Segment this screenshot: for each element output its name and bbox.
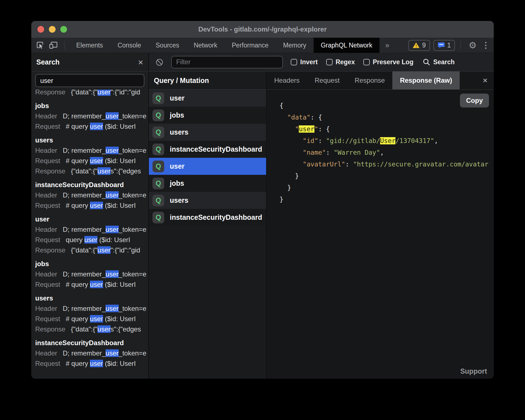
result-line: HeaderD; remember_user_token=e — [35, 224, 148, 235]
query-type-icon: Q — [152, 109, 164, 121]
search-close-icon[interactable]: × — [138, 58, 143, 67]
query-type-icon: Q — [152, 161, 164, 172]
minimize-window-button[interactable] — [49, 26, 56, 33]
result-text: ($id: UserI — [103, 281, 136, 288]
query-list-item-user[interactable]: Quser — [149, 158, 266, 175]
json-token: " — [314, 125, 318, 133]
warnings-badge[interactable]: 9 — [408, 40, 430, 51]
tab-graphql-network[interactable]: GraphQL Network — [314, 38, 380, 53]
tab-performance[interactable]: Performance — [225, 38, 276, 53]
tab-sources[interactable]: Sources — [148, 38, 186, 53]
checkbox-regex[interactable]: Regex — [326, 58, 355, 66]
json-token: /13704317" — [395, 137, 434, 144]
json-token: : — [326, 149, 334, 156]
kebab-menu-icon[interactable] — [482, 42, 489, 49]
search-match-highlight: user — [84, 236, 97, 244]
issues-badge[interactable]: 1 — [433, 40, 455, 51]
filter-input[interactable] — [171, 56, 283, 68]
query-type-icon: Q — [152, 212, 164, 223]
json-line: "user": { — [280, 123, 494, 135]
issues-count: 1 — [447, 42, 451, 49]
preserve-log-checkbox-icon — [363, 59, 370, 65]
result-line-label: Request — [35, 360, 60, 367]
inspect-element-icon[interactable] — [35, 40, 45, 50]
json-token: : — [318, 137, 326, 144]
tab-elements[interactable]: Elements — [69, 38, 110, 53]
query-type-icon: Q — [152, 144, 164, 155]
device-toolbar-icon[interactable] — [49, 40, 58, 50]
search-match-highlight: user — [90, 360, 103, 367]
tab-memory[interactable]: Memory — [276, 38, 314, 53]
detail-tabstrip: HeadersRequestResponseResponse (Raw) × — [267, 71, 494, 90]
copy-button[interactable]: Copy — [460, 94, 489, 108]
result-text: s":{"edges — [111, 325, 141, 333]
query-list-item-users[interactable]: Qusers — [149, 192, 266, 209]
json-line: "avatarUrl": "https://secure.gravatar.co… — [280, 158, 494, 170]
result-text: ($id: UserI — [103, 123, 136, 130]
json-token: , — [434, 137, 438, 144]
search-match-highlight: user — [106, 270, 119, 278]
query-label: jobs — [170, 111, 184, 119]
result-line-label: Response — [35, 325, 65, 333]
clear-filter-icon[interactable] — [156, 58, 163, 66]
checkbox-invert[interactable]: Invert — [291, 58, 318, 66]
detail-tab-response-raw[interactable]: Response (Raw) — [392, 71, 460, 89]
search-match-highlight: user — [90, 281, 103, 288]
devtools-toolbar: ElementsConsoleSourcesNetworkPerformance… — [31, 38, 494, 53]
zoom-window-button[interactable] — [60, 26, 67, 33]
tab-network[interactable]: Network — [187, 38, 225, 53]
search-panel: Response{"data":{"user":{"id":"gidjobsHe… — [31, 71, 149, 379]
query-list-item-user[interactable]: Quser — [149, 90, 266, 107]
result-line-label: Header — [35, 349, 57, 357]
more-panels-chevron-icon[interactable]: » — [380, 38, 395, 53]
json-line: } — [280, 182, 494, 194]
settings-gear-icon[interactable]: ⚙ — [466, 40, 479, 51]
json-token: } — [280, 184, 291, 191]
json-token: : — [345, 161, 353, 168]
query-label: user — [170, 162, 185, 170]
result-line-label: Response — [35, 167, 65, 175]
filter-checkboxes: InvertRegexPreserve Log — [291, 58, 413, 66]
tab-console[interactable]: Console — [110, 38, 148, 53]
json-token: { — [280, 102, 283, 109]
query-list-item-instancesecuritydashboard[interactable]: QinstanceSecurityDashboard — [149, 209, 266, 226]
result-text: ($id: UserI — [97, 236, 130, 244]
support-link[interactable]: Support — [460, 367, 487, 375]
checkbox-preserve-log[interactable]: Preserve Log — [363, 58, 414, 66]
result-text: D; remember_ — [63, 270, 106, 278]
filter-search-toggle[interactable]: Search — [423, 58, 455, 66]
detail-tab-response[interactable]: Response — [347, 71, 392, 89]
result-line: Request# query user ($id: UserI — [35, 314, 148, 324]
json-token: : { — [311, 114, 322, 121]
devtools-window: DevTools - gitlab.com/-/graphql-explorer… — [31, 21, 494, 379]
query-list-item-jobs[interactable]: Qjobs — [149, 107, 266, 124]
json-line: "data": { — [280, 111, 494, 123]
json-token: "https://secure.gravatar.com/avatar — [353, 161, 488, 168]
result-line-label: Header — [35, 270, 57, 278]
close-window-button[interactable] — [37, 26, 44, 33]
result-text: D; remember_ — [63, 191, 106, 199]
detail-close-icon[interactable]: × — [476, 71, 494, 89]
result-line-label: Header — [35, 305, 57, 312]
json-token — [280, 149, 303, 156]
result-line: Request# query user ($id: UserI — [35, 279, 148, 290]
result-text: D; remember_ — [63, 226, 106, 233]
result-line: HeaderD; remember_user_token=e — [35, 111, 148, 121]
network-filter-bar: InvertRegexPreserve Log Search — [149, 53, 494, 71]
result-text: ($id: UserI — [103, 202, 136, 209]
json-line: "id": "gid://gitlab/User/13704317", — [280, 135, 494, 147]
detail-panel: HeadersRequestResponseResponse (Raw) × C… — [267, 71, 494, 379]
query-list-item-instancesecuritydashboard[interactable]: QinstanceSecurityDashboard — [149, 141, 266, 158]
search-input[interactable] — [35, 74, 144, 87]
search-results-list[interactable]: Response{"data":{"user":{"id":"gidjobsHe… — [31, 90, 148, 379]
result-section-title: user — [35, 214, 148, 224]
detail-tab-request[interactable]: Request — [307, 71, 347, 89]
result-line-label: Header — [35, 191, 57, 199]
detail-tab-headers[interactable]: Headers — [267, 71, 307, 89]
result-text: ":{"id":"gid — [111, 90, 140, 96]
query-list-item-jobs[interactable]: Qjobs — [149, 175, 266, 192]
result-line: HeaderD; remember_user_token=e — [35, 303, 148, 314]
result-section-title: users — [35, 135, 148, 145]
query-label: jobs — [170, 179, 184, 187]
query-list-item-users[interactable]: Qusers — [149, 124, 266, 141]
